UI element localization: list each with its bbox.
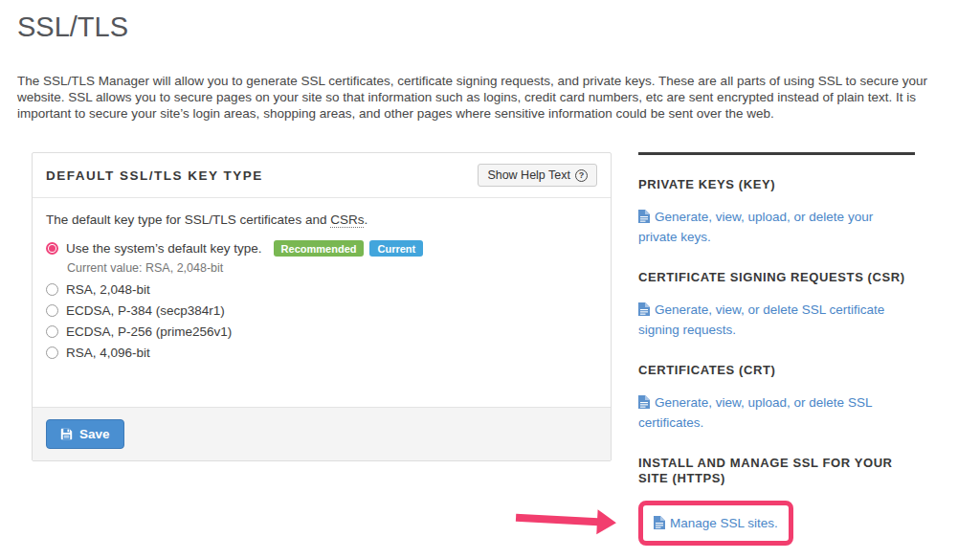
sidebar-link-label: Generate, view, or delete SSL certificat… [638, 302, 884, 337]
sidebar-section: PRIVATE KEYS (KEY) Generate, view, uploa… [638, 177, 915, 247]
sidebar-section-heading: PRIVATE KEYS (KEY) [638, 177, 915, 192]
intro-paragraph: The SSL/TLS Manager will allow you to ge… [17, 73, 928, 122]
page-title: SSL/TLS [17, 11, 963, 43]
crt-link[interactable]: Generate, view, upload, or delete SSL ce… [638, 395, 872, 430]
radio-button[interactable] [46, 347, 58, 359]
save-button-label: Save [79, 427, 110, 441]
csr-glossary-term: CSRs [330, 212, 364, 228]
radio-option-label: RSA, 4,096-bit [66, 346, 150, 360]
sidebar-section: INSTALL AND MANAGE SSL FOR YOUR SITE (HT… [638, 456, 915, 546]
sidebar-section-heading: CERTIFICATES (CRT) [638, 363, 915, 378]
current-value-note: Current value: RSA, 2,048-bit [67, 261, 597, 275]
csr-link[interactable]: Generate, view, or delete SSL certificat… [638, 302, 884, 337]
sidebar-link-wrap: Generate, view, upload, or delete SSL ce… [638, 392, 915, 433]
sidebar-link-wrap: Generate, view, upload, or delete your p… [638, 207, 915, 247]
card-header: DEFAULT SSL/TLS KEY TYPE Show Help Text … [33, 153, 611, 198]
radio-option-label: ECDSA, P-256 (prime256v1) [66, 324, 232, 339]
key-type-options: Use the system’s default key type. Recom… [46, 240, 597, 360]
radio-option[interactable]: Use the system’s default key type. Recom… [46, 240, 597, 257]
badge-current: Current [369, 240, 423, 257]
install-manage-ssl-link[interactable]: Manage SSL sites. [654, 516, 778, 530]
sidebar: PRIVATE KEYS (KEY) Generate, view, uploa… [638, 152, 915, 551]
option-badges: RecommendedCurrent [274, 240, 424, 257]
floppy-disk-icon [60, 428, 73, 440]
radio-option-label: Use the system’s default key type. [66, 241, 262, 256]
radio-button[interactable] [46, 325, 58, 338]
ssl-tls-page: SSL/TLS The SSL/TLS Manager will allow y… [0, 0, 980, 551]
key-type-description: The default key type for SSL/TLS certifi… [46, 212, 597, 227]
card-body: The default key type for SSL/TLS certifi… [33, 198, 611, 407]
card-footer: Save [33, 407, 611, 460]
sidebar-section-heading: CERTIFICATE SIGNING REQUESTS (CSR) [638, 270, 915, 285]
radio-button[interactable] [46, 242, 58, 255]
sidebar-section-heading: INSTALL AND MANAGE SSL FOR YOUR SITE (HT… [638, 456, 915, 486]
highlight-box: Manage SSL sites. [638, 501, 793, 546]
default-key-type-card: DEFAULT SSL/TLS KEY TYPE Show Help Text … [32, 152, 612, 461]
save-button[interactable]: Save [46, 419, 124, 449]
sidebar-section: CERTIFICATE SIGNING REQUESTS (CSR) Gener… [638, 270, 915, 340]
show-help-text-button[interactable]: Show Help Text ? [478, 164, 597, 187]
document-icon [638, 302, 650, 316]
document-icon [654, 516, 665, 529]
document-icon [638, 210, 650, 223]
sidebar-link-label: Generate, view, upload, or delete SSL ce… [638, 395, 872, 430]
card-title: DEFAULT SSL/TLS KEY TYPE [46, 168, 263, 183]
radio-option[interactable]: RSA, 4,096-bit [46, 346, 597, 360]
radio-button[interactable] [46, 283, 58, 296]
help-question-icon: ? [575, 169, 588, 182]
sidebar-top-divider [638, 152, 915, 155]
private-keys-link[interactable]: Generate, view, upload, or delete your p… [638, 210, 873, 244]
sidebar-link-wrap: Generate, view, or delete SSL certificat… [638, 300, 915, 340]
radio-option-label: ECDSA, P-384 (secp384r1) [66, 303, 225, 318]
sidebar-section: CERTIFICATES (CRT) Generate, view, uploa… [638, 363, 915, 433]
radio-button[interactable] [46, 304, 58, 317]
main-content-row: DEFAULT SSL/TLS KEY TYPE Show Help Text … [32, 152, 963, 551]
radio-option[interactable]: RSA, 2,048-bit [46, 282, 597, 297]
sidebar-link-wrap: Manage SSL sites. [638, 501, 915, 546]
sidebar-sections: PRIVATE KEYS (KEY) Generate, view, uploa… [638, 177, 915, 546]
sidebar-link-label: Generate, view, upload, or delete your p… [638, 210, 873, 244]
callout-arrow-icon [516, 514, 598, 525]
sidebar-link-label: Manage SSL sites. [670, 516, 778, 530]
radio-option-label: RSA, 2,048-bit [66, 282, 150, 297]
show-help-text-label: Show Help Text [487, 168, 570, 182]
radio-option[interactable]: ECDSA, P-384 (secp384r1) [46, 303, 597, 318]
radio-option[interactable]: ECDSA, P-256 (prime256v1) [46, 324, 597, 339]
badge-recommended: Recommended [274, 240, 365, 257]
document-icon [638, 395, 650, 409]
